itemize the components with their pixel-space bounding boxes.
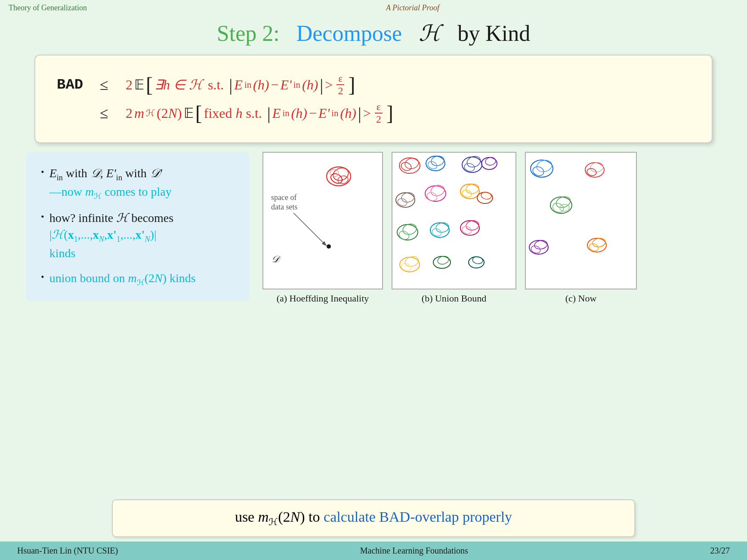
svg-point-6 [331,166,350,183]
svg-point-36 [400,262,412,272]
formula-box: BAD ≤ 2𝔼 [ ∃h ∈ ℋ s.t. | Ein(h) − E'in(h… [34,55,713,143]
top-bar: Theory of Generalization A Pictorial Pro… [0,0,747,16]
slide-title: Step 2: Decompose ℋ by Kind [26,20,721,46]
svg-point-24 [426,191,438,202]
footer: Hsuan-Tien Lin (NTU CSIE) Machine Learni… [0,542,747,560]
bottom-highlight: use mℋ(2N) to calculate BAD-overlap prop… [112,499,635,537]
footer-right: 23/27 [710,546,730,556]
svg-point-60 [530,245,541,255]
title-step: Step 2: [217,21,280,46]
figure-box-c [525,152,637,289]
bullet-item-1: • Ein with 𝒟, E'in with 𝒟' —now mℋ comes… [41,165,235,202]
formula-row-2: BAD ≤ 2mℋ(2N) 𝔼 [ fixed h s.t. | Ein(h) … [57,101,690,125]
main-content: Step 2: Decompose ℋ by Kind BAD ≤ 2𝔼 [ ∃… [0,16,747,542]
figure-caption-a: (a) Hoeffding Inequality [277,293,369,304]
title-bykind: by Kind [457,21,530,46]
bottom-section: • Ein with 𝒟, E'in with 𝒟' —now mℋ comes… [26,152,721,491]
slide: Theory of Generalization A Pictorial Pro… [0,0,747,560]
highlight-text: calculate BAD-overlap properly [324,509,512,525]
bullet-dot-1: • [41,166,44,178]
footer-center: Machine Learning Foundations [360,546,468,556]
figure-item-a: space of data sets 𝒟 [262,152,383,304]
figures-panel: space of data sets 𝒟 [262,152,721,304]
leq-1: ≤ [100,76,117,94]
svg-point-63 [588,243,599,252]
bad-label: BAD [57,77,91,93]
bullet-text-2: how? infinite ℋ becomes |ℋ(x1,...,xN,x'1… [49,209,174,262]
figure-a-svg: space of data sets 𝒟 [263,153,384,290]
svg-point-44 [433,256,451,268]
formula-row-1: BAD ≤ 2𝔼 [ ∃h ∈ ℋ s.t. | Ein(h) − E'in(h… [57,73,690,97]
svg-point-30 [398,230,410,241]
svg-text:data sets: data sets [271,203,297,211]
svg-text:space of: space of [271,193,296,202]
bullet-panel: • Ein with 𝒟, E'in with 𝒟' —now mℋ comes… [26,152,250,301]
svg-line-2 [293,213,326,245]
svg-point-4 [327,244,331,249]
figure-c-svg [526,153,638,290]
svg-point-17 [466,154,482,169]
figure-caption-b: (b) Union Bound [422,293,486,304]
figure-box-b [392,152,516,289]
top-left-label: Theory of Generalization [9,3,87,12]
formula-content-1: 2𝔼 [ ∃h ∈ ℋ s.t. | Ein(h) − E'in(h) | > … [126,73,355,97]
bullet-dot-2: • [41,211,44,222]
figure-item-c: (c) Now [525,152,637,304]
svg-text:𝒟: 𝒟 [271,254,281,265]
svg-point-7 [329,172,344,185]
formula-content-2: 2mℋ(2N) 𝔼 [ fixed h s.t. | Ein(h) − E'in… [126,101,393,125]
bullet-item-3: • union bound on mℋ(2N) kinds [41,270,235,288]
bullet-text-3: union bound on mℋ(2N) kinds [49,270,196,288]
footer-left: Hsuan-Tien Lin (NTU CSIE) [17,546,118,556]
bullet-dot-3: • [41,271,44,283]
svg-point-10 [399,158,420,173]
figure-b-svg [392,153,517,290]
bullet-text-1: Ein with 𝒟, E'in with 𝒟' —now mℋ comes t… [49,165,172,202]
figure-box-a: space of data sets 𝒟 [262,152,383,289]
title-decompose: Decompose [296,21,402,46]
top-center-label: A Pictorial Proof [386,3,439,12]
svg-point-50 [531,165,545,177]
figure-caption-c: (c) Now [565,293,597,304]
bullet-item-2: • how? infinite ℋ becomes |ℋ(x1,...,xN,x… [41,209,235,262]
leq-2: ≤ [100,104,117,122]
figure-item-b: (b) Union Bound [392,152,516,304]
title-h: ℋ [419,21,441,46]
